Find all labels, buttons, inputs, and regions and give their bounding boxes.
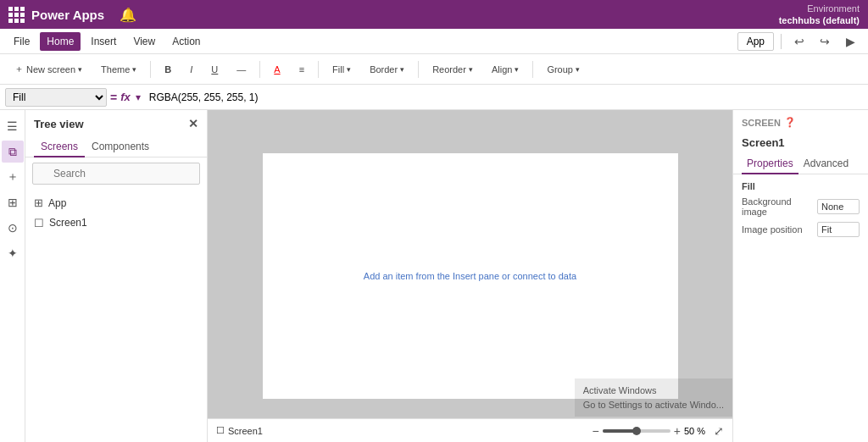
background-image-row: Background image None <box>742 196 860 217</box>
data-icon[interactable]: ⊞ <box>2 191 24 213</box>
tab-components[interactable]: Components <box>85 137 156 157</box>
help-icon[interactable]: ❓ <box>784 117 796 128</box>
zoom-plus-button[interactable]: + <box>674 424 681 438</box>
search-wrapper: 🔍 <box>32 163 200 185</box>
menubar: File Home Insert View Action App ↩ ↪ ▶ <box>0 29 868 54</box>
tab-screens[interactable]: Screens <box>34 137 85 157</box>
formula-input[interactable] <box>146 88 863 107</box>
fx-button[interactable]: fx <box>120 91 131 103</box>
app-item-label: App <box>48 197 198 209</box>
background-image-value[interactable]: None <box>817 199 860 214</box>
panel-tabs: Properties Advanced <box>733 154 868 174</box>
menu-file[interactable]: File <box>7 32 36 51</box>
toolbar-sep-5 <box>532 61 533 78</box>
treeview-search-area: 🔍 <box>25 157 207 190</box>
app-title: Power Apps <box>31 8 104 22</box>
reorder-button[interactable]: Reorder ▾ <box>425 61 481 78</box>
screen-indicator: ☐ Screen1 <box>216 425 263 436</box>
tab-properties[interactable]: Properties <box>742 154 798 174</box>
undo-button[interactable]: ↩ <box>788 30 810 52</box>
toolbar-sep-3 <box>318 61 319 78</box>
underline-button[interactable]: U <box>203 61 225 78</box>
environment-info: Environment techhubs (default) <box>779 3 860 27</box>
canvas-hint: Add an item from the Insert pane or conn… <box>364 271 576 281</box>
toolbar-sep-1 <box>150 61 151 78</box>
bold-button[interactable]: B <box>157 61 179 78</box>
canvas-area: Add an item from the Insert pane or conn… <box>208 110 732 442</box>
tab-advanced[interactable]: Advanced <box>798 154 854 174</box>
new-screen-button[interactable]: ＋ New screen ▾ <box>7 59 90 79</box>
menu-home[interactable]: Home <box>40 32 81 51</box>
tree-item-screen1[interactable]: ☐ Screen1 ··· <box>25 213 207 233</box>
play-button[interactable]: ▶ <box>839 30 861 52</box>
italic-button[interactable]: I <box>182 61 200 78</box>
treeview-tabs: Screens Components <box>25 137 207 157</box>
align-button[interactable]: ≡ <box>292 61 312 78</box>
custom1-icon[interactable]: ⊙ <box>2 217 24 239</box>
align-dropdown-button[interactable]: Align ▾ <box>484 61 526 78</box>
zoom-percent-label: 50 % <box>684 426 705 436</box>
toolbar: ＋ New screen ▾ Theme ▾ B I U — A ≡ Fill … <box>0 54 868 85</box>
screen1-item-label: Screen1 <box>49 217 183 229</box>
canvas[interactable]: Add an item from the Insert pane or conn… <box>263 153 678 399</box>
new-screen-icon: ＋ <box>14 63 24 75</box>
treeview-title: Tree view <box>34 118 84 130</box>
screen-name-display: Screen1 <box>733 135 868 154</box>
zoom-slider-thumb <box>632 427 641 435</box>
formulabar: Fill = fx ▾ <box>0 85 868 110</box>
treeview-items: ⊞ App ☐ Screen1 ··· <box>25 190 207 442</box>
treeview-header: Tree view ✕ <box>25 110 207 137</box>
align-dropdown-chevron: ▾ <box>515 65 519 74</box>
treeview-panel: Tree view ✕ Screens Components 🔍 ⊞ App ☐… <box>25 110 208 442</box>
screen-section-label: SCREEN <box>742 118 781 128</box>
fullscreen-button[interactable]: ⤢ <box>714 424 724 438</box>
waffle-icon[interactable] <box>8 7 25 23</box>
right-panel: SCREEN ❓ Screen1 Properties Advanced Fil… <box>732 110 868 442</box>
new-screen-chevron: ▾ <box>78 65 82 74</box>
panel-content: Fill Background image None Image positio… <box>733 174 868 249</box>
image-position-label: Image position <box>742 224 803 235</box>
app-button[interactable]: App <box>737 32 774 51</box>
menu-insert[interactable]: Insert <box>84 32 123 51</box>
toolbar-sep-2 <box>259 61 260 78</box>
titlebar: Power Apps 🔔 Environment techhubs (defau… <box>0 0 868 29</box>
layers-icon[interactable]: ⧉ <box>2 141 24 163</box>
hamburger-icon[interactable]: ☰ <box>2 115 24 137</box>
treeview-close-button[interactable]: ✕ <box>188 117 198 130</box>
theme-button[interactable]: Theme ▾ <box>93 61 144 78</box>
strikethrough-button[interactable]: — <box>229 61 253 78</box>
fill-section-label: Fill <box>742 181 860 191</box>
zoom-minus-button[interactable]: − <box>593 424 599 438</box>
font-color-button[interactable]: A <box>266 61 287 78</box>
equals-sign: = <box>110 91 117 104</box>
redo-button[interactable]: ↪ <box>814 30 836 52</box>
theme-chevron: ▾ <box>132 65 136 74</box>
app-item-icon: ⊞ <box>34 196 43 209</box>
tree-item-app[interactable]: ⊞ App <box>25 193 207 213</box>
group-button[interactable]: Group ▾ <box>539 61 587 78</box>
divider <box>781 34 782 49</box>
zoom-slider[interactable] <box>603 429 670 433</box>
border-button[interactable]: Border ▾ <box>362 61 412 78</box>
image-position-value[interactable]: Fit <box>817 222 860 237</box>
group-chevron: ▾ <box>576 65 580 74</box>
search-input[interactable] <box>32 163 200 185</box>
background-image-label: Background image <box>742 196 817 217</box>
screen-name-bottombar: Screen1 <box>228 426 263 436</box>
bottombar: ☐ Screen1 − + 50 % ⤢ <box>208 418 732 442</box>
formula-chevron: ▾ <box>134 91 142 103</box>
menu-action[interactable]: Action <box>165 32 207 51</box>
property-select[interactable]: Fill <box>5 88 107 107</box>
custom2-icon[interactable]: ✦ <box>2 242 24 264</box>
main-content: ☰ ⧉ ＋ ⊞ ⊙ ✦ Tree view ✕ Screens Componen… <box>0 110 868 442</box>
zoom-slider-fill <box>603 429 637 433</box>
zoom-controls: − + 50 % ⤢ <box>593 424 724 438</box>
notifications-icon[interactable]: 🔔 <box>120 7 136 23</box>
screen1-item-icon: ☐ <box>34 217 44 229</box>
add-icon[interactable]: ＋ <box>2 166 24 188</box>
menu-view[interactable]: View <box>126 32 162 51</box>
image-position-row: Image position Fit <box>742 222 860 237</box>
fill-button[interactable]: Fill ▾ <box>325 61 359 78</box>
menubar-right-actions: App ↩ ↪ ▶ <box>737 30 861 52</box>
screen-checkbox-icon: ☐ <box>216 425 225 436</box>
